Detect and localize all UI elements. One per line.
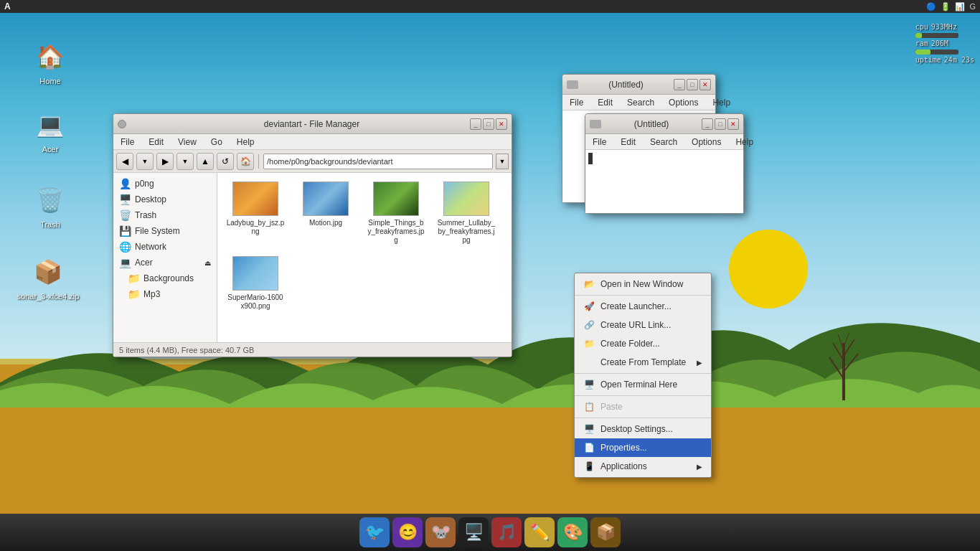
taskbar-icon-bird[interactable]: 🐦 — [359, 517, 390, 547]
fm-close-btn[interactable]: ✕ — [496, 118, 507, 130]
ctx-open-new-window[interactable]: 📂 Open in New Window — [575, 275, 711, 293]
sidebar-item-network[interactable]: 🌐 Network — [113, 239, 217, 255]
desktop-icon-acer[interactable]: 💻 Acer — [22, 108, 79, 154]
taskbar-icon-color[interactable]: 🎨 — [557, 517, 588, 547]
sidebar-item-backgrounds[interactable]: 📁 Backgrounds — [113, 270, 217, 286]
editor1-edit[interactable]: Edit — [593, 96, 617, 109]
taskbar-icon-xarchiver[interactable]: 📦 — [590, 517, 621, 547]
file-manager-titlebar[interactable]: deviantart - File Manager _ □ ✕ — [113, 114, 512, 134]
ctx-create-folder-label: Create Folder... — [600, 339, 660, 349]
editor2-title: (Untitled) — [601, 119, 702, 129]
fm-back-btn[interactable]: ◀ — [116, 153, 133, 170]
ctx-create-url[interactable]: 🔗 Create URL Link... — [575, 316, 711, 334]
sidebar-item-p0ng[interactable]: 👤 p0ng — [113, 176, 217, 192]
fm-back-arrow-btn[interactable]: ▼ — [136, 153, 154, 170]
fm-maximize-btn[interactable]: □ — [483, 118, 494, 130]
fm-home-btn[interactable]: 🏠 — [237, 153, 254, 170]
taskbar-icon-mixer[interactable]: 🎵 — [491, 517, 522, 547]
ctx-create-template[interactable]: Create From Template ▶ — [575, 353, 711, 372]
desktop-icon-zip[interactable]: 📦 sonar_3-xfce4.zip — [16, 255, 80, 301]
file-manager-menubar: File Edit View Go Help — [113, 134, 512, 150]
file-item-summer[interactable]: Summer_Lullaby_by_freakyframes.jpg — [434, 179, 499, 248]
editor2-menu-icon — [590, 120, 601, 128]
editor1-menu-icon — [567, 80, 578, 89]
sidebar-item-acer[interactable]: 💻 Acer ⏏ — [113, 255, 217, 270]
fm-menu-go[interactable]: Go — [207, 136, 227, 149]
ctx-open-terminal[interactable]: 🖥️ Open Terminal Here — [575, 375, 711, 394]
editor1-options[interactable]: Options — [664, 96, 702, 109]
editor2-file[interactable]: File — [588, 136, 611, 149]
fm-address-bar[interactable]: /home/p0ng/backgrounds/deviantart — [263, 154, 493, 169]
taskbar-icon-xfce[interactable]: 🐭 — [425, 517, 456, 547]
svg-line-5 — [838, 334, 844, 350]
ctx-create-folder[interactable]: 📁 Create Folder... — [575, 334, 711, 353]
ctx-applications[interactable]: 📱 Applications ▶ — [575, 457, 711, 476]
sidebar-item-mp3[interactable]: 📁 Mp3 — [113, 286, 217, 302]
mario-name: SuperMario-1600x900.png — [226, 293, 285, 311]
editor2-menubar: File Edit Search Options Help — [585, 134, 743, 150]
editor1-titlebar[interactable]: (Untitled) _ □ ✕ — [562, 75, 715, 95]
editor2-minimize[interactable]: _ — [702, 118, 713, 130]
summer-name: Summer_Lullaby_by_freakyframes.jpg — [437, 219, 496, 245]
sidebar-mp3-label: Mp3 — [143, 289, 160, 299]
sidebar-item-desktop[interactable]: 🖥️ Desktop — [113, 192, 217, 207]
fm-address-dropdown[interactable]: ▼ — [496, 154, 509, 169]
desktop-icon-trash[interactable]: 🗑️ Trash — [22, 183, 79, 230]
topbar-right: 🔵 🔋 📊 G — [926, 2, 976, 11]
editor1-title: (Untitled) — [578, 80, 674, 90]
ctx-create-launcher[interactable]: 🚀 Create Launcher... — [575, 297, 711, 316]
open-terminal-icon: 🖥️ — [583, 379, 595, 390]
ctx-desktop-settings[interactable]: 🖥️ Desktop Settings... — [575, 420, 711, 438]
taskbar-icon-mousepad[interactable]: ✏️ — [524, 517, 555, 547]
editor2-help[interactable]: Help — [731, 136, 758, 149]
ctx-properties[interactable]: 📄 Properties... — [575, 438, 711, 457]
taskbar-icon-terminal[interactable]: 🖥️ — [458, 517, 489, 547]
editor2-search[interactable]: Search — [646, 136, 682, 149]
fm-minimize-btn[interactable]: _ — [470, 118, 481, 130]
editor1-help[interactable]: Help — [708, 96, 735, 109]
editor1-close[interactable]: ✕ — [699, 79, 711, 90]
editor2-body[interactable] — [585, 150, 743, 213]
topbar: A 🔵 🔋 📊 G — [0, 0, 980, 13]
file-item-simple[interactable]: Simple_Things_by_freakyframes.jpg — [364, 179, 428, 248]
fm-menu-edit[interactable]: Edit — [144, 136, 168, 149]
sidebar-filesystem-label: File System — [135, 226, 180, 236]
acer-icon-sidebar: 💻 — [119, 257, 131, 268]
editor1-file[interactable]: File — [565, 96, 588, 109]
editor2-window: (Untitled) _ □ ✕ File Edit Search Option… — [585, 113, 744, 214]
fm-menu-icon — [118, 120, 126, 128]
fm-menu-file[interactable]: File — [116, 136, 138, 149]
fm-forward-arrow-btn[interactable]: ▼ — [176, 153, 194, 170]
fm-menu-view[interactable]: View — [174, 136, 201, 149]
editor2-cursor — [588, 153, 593, 164]
editor1-maximize[interactable]: □ — [687, 79, 698, 90]
fm-reload-btn[interactable]: ↺ — [217, 153, 234, 170]
desktop-icon-home[interactable]: 🏠 Home — [22, 39, 79, 86]
editor1-search[interactable]: Search — [623, 96, 659, 109]
topbar-logo[interactable]: A — [4, 1, 11, 11]
acer-label: Acer — [42, 145, 59, 154]
battery-icon: 🔋 — [941, 2, 951, 11]
desktop[interactable]: A 🔵 🔋 📊 G cpu 933MHz ram 206M — [0, 0, 980, 551]
acer-icon: 💻 — [33, 108, 67, 142]
fm-forward-btn[interactable]: ▶ — [156, 153, 174, 170]
file-item-ladybug[interactable]: Ladybug_by_jsz.png — [223, 179, 288, 248]
file-item-mario[interactable]: SuperMario-1600x900.png — [223, 253, 288, 314]
fm-up-btn[interactable]: ▲ — [197, 153, 214, 170]
editor2-maximize[interactable]: □ — [715, 118, 726, 130]
sidebar-item-filesystem[interactable]: 💾 File System — [113, 223, 217, 239]
editor2-options[interactable]: Options — [687, 136, 725, 149]
ctx-applications-label: Applications — [600, 461, 647, 471]
sidebar-item-trash[interactable]: 🗑️ Trash — [113, 207, 217, 223]
editor2-edit[interactable]: Edit — [616, 136, 640, 149]
editor1-minimize[interactable]: _ — [674, 79, 685, 90]
ram-bar — [915, 50, 958, 55]
file-item-motion[interactable]: Motion.jpg — [293, 179, 358, 248]
ram-bar-fill — [915, 50, 930, 55]
create-folder-icon: 📁 — [583, 338, 595, 349]
editor2-titlebar[interactable]: (Untitled) _ □ ✕ — [585, 114, 743, 134]
editor2-close[interactable]: ✕ — [727, 118, 739, 130]
fm-menu-help[interactable]: Help — [232, 136, 259, 149]
taskbar-icon-pidgin[interactable]: 😊 — [392, 517, 423, 547]
home-icon: 🏠 — [33, 39, 67, 74]
